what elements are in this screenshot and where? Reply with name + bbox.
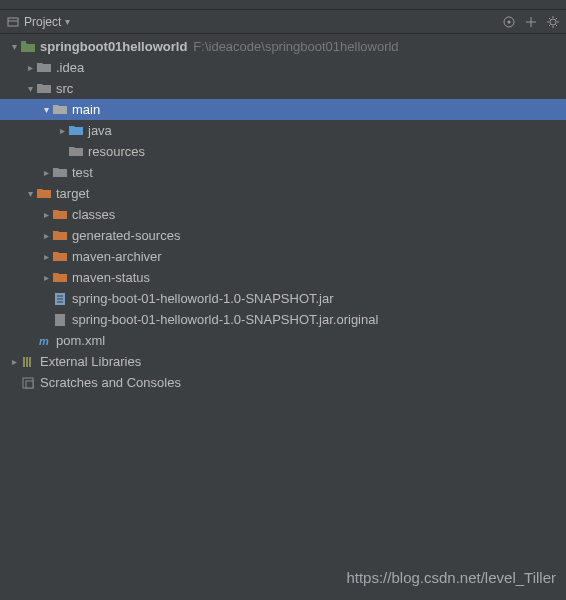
- tree-node-jar1[interactable]: ▸ spring-boot-01-helloworld-1.0-SNAPSHOT…: [0, 288, 566, 309]
- chevron-down-icon[interactable]: ▾: [8, 41, 20, 52]
- tree-label: springboot01helloworld: [40, 39, 187, 54]
- tree-node-scratches[interactable]: ▸ Scratches and Consoles: [0, 372, 566, 393]
- chevron-down-icon[interactable]: ▾: [24, 83, 36, 94]
- scratches-icon: [20, 375, 36, 391]
- svg-rect-15: [29, 357, 31, 367]
- tree-path-hint: F:\ideacode\springboot01helloworld: [193, 39, 398, 54]
- folder-icon: [52, 102, 68, 118]
- tree-label: pom.xml: [56, 333, 105, 348]
- svg-point-3: [508, 20, 511, 23]
- tree-label: maven-status: [72, 270, 150, 285]
- tree-node-classes[interactable]: ▸ classes: [0, 204, 566, 225]
- tree-node-target[interactable]: ▾ target: [0, 183, 566, 204]
- tree-label: spring-boot-01-helloworld-1.0-SNAPSHOT.j…: [72, 291, 334, 306]
- tree-label: java: [88, 123, 112, 138]
- chevron-right-icon[interactable]: ▸: [40, 167, 52, 178]
- folder-icon: [52, 165, 68, 181]
- gear-icon[interactable]: [546, 15, 560, 29]
- svg-rect-7: [21, 41, 26, 43]
- chevron-right-icon[interactable]: ▸: [40, 209, 52, 220]
- chevron-right-icon[interactable]: ▸: [40, 230, 52, 241]
- tree-label: .idea: [56, 60, 84, 75]
- tree-label: External Libraries: [40, 354, 141, 369]
- project-folder-icon: [20, 39, 36, 55]
- tree-label: classes: [72, 207, 115, 222]
- file-icon: [52, 312, 68, 328]
- tree-node-src[interactable]: ▾ src: [0, 78, 566, 99]
- folder-icon: [52, 228, 68, 244]
- jar-file-icon: [52, 291, 68, 307]
- tree-node-idea[interactable]: ▸ .idea: [0, 57, 566, 78]
- tree-label: maven-archiver: [72, 249, 162, 264]
- collapse-icon[interactable]: [524, 15, 538, 29]
- folder-icon: [52, 249, 68, 265]
- watermark-text: https://blog.csdn.net/level_Tiller: [346, 569, 556, 586]
- project-icon: [6, 15, 20, 29]
- tree-node-generated-sources[interactable]: ▸ generated-sources: [0, 225, 566, 246]
- library-icon: [20, 354, 36, 370]
- folder-icon: [52, 270, 68, 286]
- folder-icon: [36, 60, 52, 76]
- chevron-right-icon[interactable]: ▸: [40, 251, 52, 262]
- svg-point-6: [550, 19, 556, 25]
- folder-icon: [68, 123, 84, 139]
- tree-node-external-libraries[interactable]: ▸ External Libraries: [0, 351, 566, 372]
- chevron-right-icon[interactable]: ▸: [56, 125, 68, 136]
- target-icon[interactable]: [502, 15, 516, 29]
- tree-label: main: [72, 102, 100, 117]
- maven-file-icon: m: [36, 333, 52, 349]
- folder-icon: [68, 144, 84, 160]
- tree-label: src: [56, 81, 73, 96]
- top-divider: [0, 0, 566, 10]
- tree-node-jar2[interactable]: ▸ spring-boot-01-helloworld-1.0-SNAPSHOT…: [0, 309, 566, 330]
- tree-node-main[interactable]: ▾ main: [0, 99, 566, 120]
- folder-icon: [52, 207, 68, 223]
- chevron-right-icon[interactable]: ▸: [40, 272, 52, 283]
- tree-node-maven-archiver[interactable]: ▸ maven-archiver: [0, 246, 566, 267]
- dropdown-arrow-icon[interactable]: ▾: [65, 16, 70, 27]
- svg-rect-14: [26, 357, 28, 367]
- tree-label: Scratches and Consoles: [40, 375, 181, 390]
- svg-rect-0: [8, 18, 18, 26]
- folder-icon: [36, 81, 52, 97]
- tree-node-resources[interactable]: ▸ resources: [0, 141, 566, 162]
- svg-rect-13: [23, 357, 25, 367]
- tree-node-pom[interactable]: ▸ m pom.xml: [0, 330, 566, 351]
- tree-label: test: [72, 165, 93, 180]
- chevron-right-icon[interactable]: ▸: [24, 62, 36, 73]
- tree-label: generated-sources: [72, 228, 180, 243]
- project-label[interactable]: Project: [24, 15, 61, 29]
- folder-icon: [36, 186, 52, 202]
- tree-node-java[interactable]: ▸ java: [0, 120, 566, 141]
- tree-node-test[interactable]: ▸ test: [0, 162, 566, 183]
- chevron-down-icon[interactable]: ▾: [40, 104, 52, 115]
- tree-label: target: [56, 186, 89, 201]
- tree-node-maven-status[interactable]: ▸ maven-status: [0, 267, 566, 288]
- toolbar-left: Project ▾: [6, 15, 70, 29]
- project-toolbar: Project ▾: [0, 10, 566, 34]
- toolbar-right: [502, 15, 560, 29]
- chevron-down-icon[interactable]: ▾: [24, 188, 36, 199]
- tree-node-project-root[interactable]: ▾ springboot01helloworld F:\ideacode\spr…: [0, 36, 566, 57]
- tree-label: resources: [88, 144, 145, 159]
- project-tree: ▾ springboot01helloworld F:\ideacode\spr…: [0, 34, 566, 393]
- svg-rect-17: [26, 381, 33, 388]
- chevron-right-icon[interactable]: ▸: [8, 356, 20, 367]
- svg-rect-12: [55, 314, 65, 326]
- tree-label: spring-boot-01-helloworld-1.0-SNAPSHOT.j…: [72, 312, 378, 327]
